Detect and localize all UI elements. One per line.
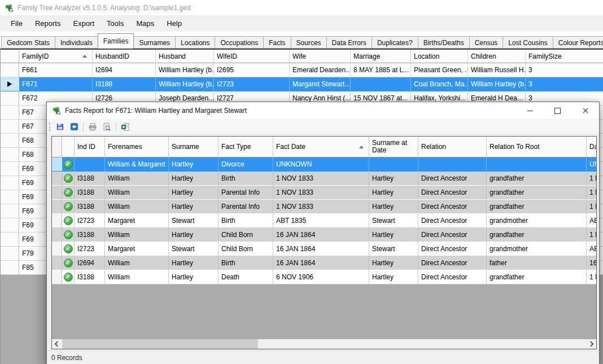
tab-surnames[interactable]: Surnames (133, 36, 176, 49)
cell-surname-at-date[interactable]: Hartley (369, 270, 418, 284)
fact-status-cell[interactable] (62, 256, 75, 270)
fact-status-cell[interactable] (62, 214, 75, 228)
cell-surname-at-date[interactable]: Stewart (369, 242, 418, 256)
menu-help[interactable]: Help (160, 17, 188, 30)
cell-relation[interactable]: Direct Ancestor (418, 256, 487, 270)
cell-relation[interactable]: Direct Ancestor (418, 186, 487, 200)
cell-fact-date[interactable]: 1 NOV 1833 (273, 186, 369, 200)
horizontal-scrollbar[interactable] (52, 339, 596, 349)
row-indicator[interactable] (1, 261, 19, 275)
cell-relation-to-root[interactable]: grandfather (487, 186, 587, 200)
maximize-button[interactable] (544, 102, 571, 119)
column-header-wifeid[interactable]: WifeID (214, 50, 290, 63)
cell-relation[interactable]: Direct Ancestor (418, 270, 487, 284)
cell-familyid[interactable]: F671 (19, 77, 93, 91)
column-header-relation-to-root[interactable]: Relation To Root (487, 137, 587, 157)
tab-locations[interactable]: Locations (175, 36, 215, 49)
cell-surname[interactable]: Hartley (169, 186, 219, 200)
cell-forenames[interactable]: Margaret (105, 242, 169, 256)
column-header-ind-id[interactable]: Ind ID (75, 137, 105, 157)
column-header-surname-at-date[interactable]: Surname at Date (369, 137, 418, 157)
table-row[interactable]: I3188WilliamHartleyDeath6 NOV 1906Hartle… (52, 270, 596, 284)
row-indicator[interactable] (1, 134, 19, 148)
cell-ind-id[interactable]: I2694 (75, 256, 105, 270)
cell-fact-type[interactable]: Parental Info (219, 186, 273, 200)
table-row[interactable]: I3188WilliamHartleyChild Born16 JAN 1864… (52, 228, 596, 242)
cell-date-of-birth[interactable]: ABT 1835 (587, 214, 597, 228)
cell-relation-to-root[interactable]: grandfather (487, 172, 587, 186)
cell-surname-at-date[interactable] (369, 157, 418, 172)
table-row[interactable]: I3188WilliamHartleyParental Info1 NOV 18… (52, 186, 596, 200)
print-button[interactable] (86, 121, 99, 133)
cell-fact-type[interactable]: Child Born (219, 242, 273, 256)
tab-occupations[interactable]: Occupations (215, 36, 264, 49)
scroll-left-button[interactable] (52, 339, 62, 349)
cell-location[interactable]: Coal Branch, Ma... (411, 77, 468, 91)
fact-status-cell[interactable] (62, 157, 75, 172)
menu-export[interactable]: Export (67, 17, 100, 30)
cell-relation-to-root[interactable]: grandfather (487, 200, 587, 214)
cell-date-of-birth[interactable]: 1 NOV 1833 (587, 172, 597, 186)
row-indicator[interactable] (1, 77, 19, 91)
scrollbar-thumb[interactable] (62, 339, 258, 349)
cell-ind-id[interactable]: I3188 (75, 200, 105, 214)
column-header-marriage[interactable]: Marriage (351, 50, 411, 63)
cell-date-of-birth[interactable]: 16 JAN 1864 (587, 256, 597, 270)
tab-duplicates[interactable]: Duplicates? (372, 36, 418, 49)
cell-familysize[interactable]: 3 (526, 63, 603, 77)
column-header-husbandid[interactable]: HusbandID (93, 50, 156, 63)
row-indicator[interactable] (52, 242, 62, 256)
toolbar-grip[interactable] (49, 122, 50, 131)
tab-gedcom-stats[interactable]: Gedcom Stats (1, 36, 55, 49)
cell-forenames[interactable]: William (105, 186, 169, 200)
table-row[interactable]: I2723MargaretStewartChild Born16 JAN 186… (52, 242, 596, 256)
tab-colour-reports[interactable]: Colour Reports (553, 36, 603, 49)
cell-ind-id[interactable]: I2723 (75, 242, 105, 256)
cell-marriage[interactable] (351, 77, 411, 91)
cell-fact-date[interactable]: 1 NOV 1833 (273, 200, 369, 214)
cell-forenames[interactable]: William (105, 200, 169, 214)
row-indicator[interactable] (1, 63, 19, 77)
cell-husband[interactable]: William Hartley (b... (156, 63, 214, 77)
row-indicator[interactable] (1, 190, 19, 204)
tab-sources[interactable]: Sources (291, 36, 327, 49)
cell-relation[interactable]: Direct Ancestor (418, 200, 487, 214)
cell-forenames[interactable]: William (105, 172, 169, 186)
print-preview-button[interactable] (100, 121, 113, 133)
table-row[interactable]: F661I2694William Hartley (b...I2695Emera… (1, 63, 603, 77)
cell-fact-type[interactable]: Death (219, 270, 273, 284)
column-header-relation[interactable]: Relation (418, 137, 487, 157)
column-header-date-of-birth[interactable]: Date of Birth (587, 137, 597, 157)
cell-forenames[interactable]: William (105, 256, 169, 270)
cell-relation[interactable]: Direct Ancestor (418, 242, 487, 256)
cell-fact-type[interactable]: Birth (219, 172, 273, 186)
tab-facts[interactable]: Facts (263, 36, 291, 49)
cell-date-of-birth[interactable]: 1 NOV 1833 (587, 228, 597, 242)
row-indicator-header[interactable] (1, 50, 19, 63)
cell-date-of-birth[interactable]: 1 NOV 1833 (587, 186, 597, 200)
column-header-forenames[interactable]: Forenames (105, 137, 169, 157)
row-indicator[interactable] (52, 214, 62, 228)
cell-wife[interactable]: Emerald Dearden... (290, 63, 351, 77)
cell-fact-date[interactable]: ABT 1835 (273, 214, 369, 228)
cell-forenames[interactable]: William (105, 270, 169, 284)
column-header-surname[interactable]: Surname (169, 137, 219, 157)
cell-date-of-birth[interactable]: UNKNOWN (587, 157, 597, 172)
cell-fact-type[interactable]: Birth (219, 214, 273, 228)
cell-forenames[interactable]: Margaret (105, 214, 169, 228)
cell-husband[interactable]: William Hartley (b... (156, 77, 214, 91)
row-indicator[interactable] (52, 172, 62, 186)
cell-fact-type[interactable]: Parental Info (219, 200, 273, 214)
close-button[interactable] (571, 102, 599, 119)
dialog-titlebar[interactable]: Facts Report for F671: William Hartley a… (47, 102, 599, 119)
cell-children[interactable]: William Hartley (b... (468, 77, 526, 91)
fact-status-cell[interactable] (62, 228, 75, 242)
column-header-location[interactable]: Location (411, 50, 468, 63)
tab-individuals[interactable]: Individuals (55, 36, 98, 49)
cell-ind-id[interactable]: I2723 (75, 214, 105, 228)
cell-surname[interactable]: Stewart (169, 242, 219, 256)
cell-wifeid[interactable]: I2723 (214, 77, 290, 91)
cell-husbandid[interactable]: I2694 (93, 63, 156, 77)
cell-surname-at-date[interactable]: Hartley (369, 256, 418, 270)
cell-relation[interactable] (418, 157, 487, 172)
